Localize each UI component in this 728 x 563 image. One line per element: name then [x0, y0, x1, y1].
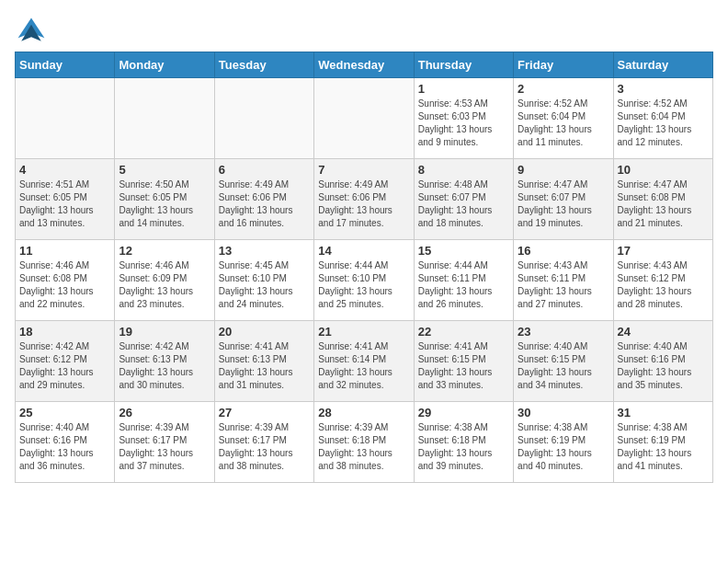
day-number: 1: [418, 82, 509, 96]
day-number: 8: [418, 163, 509, 177]
week-row-1: 1Sunrise: 4:53 AMSunset: 6:03 PMDaylight…: [16, 78, 713, 159]
day-info: Sunrise: 4:45 AMSunset: 6:10 PMDaylight:…: [219, 259, 310, 311]
calendar-cell: 12Sunrise: 4:46 AMSunset: 6:09 PMDayligh…: [115, 240, 214, 321]
calendar-cell: 31Sunrise: 4:38 AMSunset: 6:19 PMDayligh…: [613, 402, 712, 483]
day-info: Sunrise: 4:41 AMSunset: 6:13 PMDaylight:…: [219, 340, 310, 392]
day-number: 13: [219, 244, 310, 258]
day-number: 4: [19, 163, 110, 177]
day-info: Sunrise: 4:43 AMSunset: 6:11 PMDaylight:…: [518, 259, 609, 311]
week-row-4: 18Sunrise: 4:42 AMSunset: 6:12 PMDayligh…: [16, 321, 713, 402]
calendar-cell: 4Sunrise: 4:51 AMSunset: 6:05 PMDaylight…: [16, 159, 115, 240]
day-number: 7: [318, 163, 409, 177]
col-header-friday: Friday: [514, 52, 613, 78]
calendar-cell: 9Sunrise: 4:47 AMSunset: 6:07 PMDaylight…: [514, 159, 613, 240]
day-info: Sunrise: 4:39 AMSunset: 6:17 PMDaylight:…: [219, 421, 310, 473]
day-number: 22: [418, 325, 509, 339]
calendar-cell: [16, 78, 115, 159]
logo-icon: [15, 15, 48, 48]
col-header-sunday: Sunday: [16, 52, 115, 78]
calendar-cell: 8Sunrise: 4:48 AMSunset: 6:07 PMDaylight…: [414, 159, 513, 240]
logo: [15, 15, 51, 48]
calendar-cell: 6Sunrise: 4:49 AMSunset: 6:06 PMDaylight…: [214, 159, 313, 240]
day-info: Sunrise: 4:50 AMSunset: 6:05 PMDaylight:…: [119, 178, 210, 230]
week-row-5: 25Sunrise: 4:40 AMSunset: 6:16 PMDayligh…: [16, 402, 713, 483]
day-number: 25: [19, 406, 110, 419]
day-info: Sunrise: 4:39 AMSunset: 6:18 PMDaylight:…: [318, 421, 409, 473]
day-number: 23: [518, 325, 609, 339]
page-header: [15, 15, 713, 48]
day-number: 12: [119, 244, 210, 258]
day-info: Sunrise: 4:43 AMSunset: 6:12 PMDaylight:…: [618, 259, 709, 311]
day-info: Sunrise: 4:42 AMSunset: 6:13 PMDaylight:…: [119, 340, 210, 392]
day-info: Sunrise: 4:42 AMSunset: 6:12 PMDaylight:…: [19, 340, 110, 392]
calendar-cell: [214, 78, 313, 159]
calendar-cell: 23Sunrise: 4:40 AMSunset: 6:15 PMDayligh…: [514, 321, 613, 402]
calendar-cell: 26Sunrise: 4:39 AMSunset: 6:17 PMDayligh…: [115, 402, 214, 483]
calendar-cell: 19Sunrise: 4:42 AMSunset: 6:13 PMDayligh…: [115, 321, 214, 402]
day-number: 21: [318, 325, 409, 339]
day-info: Sunrise: 4:40 AMSunset: 6:16 PMDaylight:…: [19, 421, 110, 473]
day-number: 28: [318, 406, 409, 419]
day-info: Sunrise: 4:40 AMSunset: 6:16 PMDaylight:…: [618, 340, 709, 392]
day-info: Sunrise: 4:40 AMSunset: 6:15 PMDaylight:…: [518, 340, 609, 392]
calendar-cell: 20Sunrise: 4:41 AMSunset: 6:13 PMDayligh…: [214, 321, 313, 402]
calendar-cell: 10Sunrise: 4:47 AMSunset: 6:08 PMDayligh…: [613, 159, 712, 240]
calendar-cell: 18Sunrise: 4:42 AMSunset: 6:12 PMDayligh…: [16, 321, 115, 402]
day-info: Sunrise: 4:46 AMSunset: 6:08 PMDaylight:…: [19, 259, 110, 311]
calendar-cell: [314, 78, 414, 159]
calendar-cell: 1Sunrise: 4:53 AMSunset: 6:03 PMDaylight…: [414, 78, 513, 159]
day-info: Sunrise: 4:52 AMSunset: 6:04 PMDaylight:…: [518, 98, 609, 149]
day-info: Sunrise: 4:38 AMSunset: 6:18 PMDaylight:…: [418, 421, 509, 473]
calendar-cell: 2Sunrise: 4:52 AMSunset: 6:04 PMDaylight…: [514, 78, 613, 159]
day-info: Sunrise: 4:39 AMSunset: 6:17 PMDaylight:…: [119, 421, 210, 473]
week-row-3: 11Sunrise: 4:46 AMSunset: 6:08 PMDayligh…: [16, 240, 713, 321]
day-info: Sunrise: 4:41 AMSunset: 6:14 PMDaylight:…: [318, 340, 409, 392]
day-info: Sunrise: 4:48 AMSunset: 6:07 PMDaylight:…: [418, 178, 509, 230]
calendar-cell: 17Sunrise: 4:43 AMSunset: 6:12 PMDayligh…: [613, 240, 712, 321]
col-header-thursday: Thursday: [414, 52, 513, 78]
calendar-cell: 15Sunrise: 4:44 AMSunset: 6:11 PMDayligh…: [414, 240, 513, 321]
calendar-cell: 27Sunrise: 4:39 AMSunset: 6:17 PMDayligh…: [214, 402, 313, 483]
day-info: Sunrise: 4:44 AMSunset: 6:10 PMDaylight:…: [318, 259, 409, 311]
calendar-cell: [115, 78, 214, 159]
day-info: Sunrise: 4:47 AMSunset: 6:07 PMDaylight:…: [518, 178, 609, 230]
calendar-cell: 29Sunrise: 4:38 AMSunset: 6:18 PMDayligh…: [414, 402, 513, 483]
day-number: 5: [119, 163, 210, 177]
calendar-cell: 11Sunrise: 4:46 AMSunset: 6:08 PMDayligh…: [16, 240, 115, 321]
day-number: 6: [219, 163, 310, 177]
day-number: 15: [418, 244, 509, 258]
calendar-cell: 24Sunrise: 4:40 AMSunset: 6:16 PMDayligh…: [613, 321, 712, 402]
calendar-cell: 30Sunrise: 4:38 AMSunset: 6:19 PMDayligh…: [514, 402, 613, 483]
day-info: Sunrise: 4:52 AMSunset: 6:04 PMDaylight:…: [618, 98, 709, 149]
day-info: Sunrise: 4:47 AMSunset: 6:08 PMDaylight:…: [618, 178, 709, 230]
day-info: Sunrise: 4:38 AMSunset: 6:19 PMDaylight:…: [518, 421, 609, 473]
calendar-header-row: SundayMondayTuesdayWednesdayThursdayFrid…: [16, 52, 713, 78]
day-number: 30: [518, 406, 609, 419]
calendar-cell: 22Sunrise: 4:41 AMSunset: 6:15 PMDayligh…: [414, 321, 513, 402]
day-number: 29: [418, 406, 509, 419]
day-info: Sunrise: 4:41 AMSunset: 6:15 PMDaylight:…: [418, 340, 509, 392]
col-header-monday: Monday: [115, 52, 214, 78]
col-header-tuesday: Tuesday: [214, 52, 313, 78]
calendar-cell: 14Sunrise: 4:44 AMSunset: 6:10 PMDayligh…: [314, 240, 414, 321]
day-info: Sunrise: 4:51 AMSunset: 6:05 PMDaylight:…: [19, 178, 110, 230]
day-info: Sunrise: 4:49 AMSunset: 6:06 PMDaylight:…: [318, 178, 409, 230]
calendar-cell: 16Sunrise: 4:43 AMSunset: 6:11 PMDayligh…: [514, 240, 613, 321]
day-number: 17: [618, 244, 709, 258]
calendar-cell: 28Sunrise: 4:39 AMSunset: 6:18 PMDayligh…: [314, 402, 414, 483]
day-number: 31: [618, 406, 709, 419]
calendar-table: SundayMondayTuesdayWednesdayThursdayFrid…: [15, 52, 713, 483]
day-number: 14: [318, 244, 409, 258]
calendar-cell: 21Sunrise: 4:41 AMSunset: 6:14 PMDayligh…: [314, 321, 414, 402]
day-number: 10: [618, 163, 709, 177]
day-info: Sunrise: 4:53 AMSunset: 6:03 PMDaylight:…: [418, 98, 509, 149]
day-number: 2: [518, 82, 609, 96]
calendar-cell: 5Sunrise: 4:50 AMSunset: 6:05 PMDaylight…: [115, 159, 214, 240]
day-info: Sunrise: 4:49 AMSunset: 6:06 PMDaylight:…: [219, 178, 310, 230]
day-number: 27: [219, 406, 310, 419]
day-info: Sunrise: 4:38 AMSunset: 6:19 PMDaylight:…: [618, 421, 709, 473]
calendar-cell: 25Sunrise: 4:40 AMSunset: 6:16 PMDayligh…: [16, 402, 115, 483]
day-number: 18: [19, 325, 110, 339]
day-number: 16: [518, 244, 609, 258]
calendar-cell: 13Sunrise: 4:45 AMSunset: 6:10 PMDayligh…: [214, 240, 313, 321]
